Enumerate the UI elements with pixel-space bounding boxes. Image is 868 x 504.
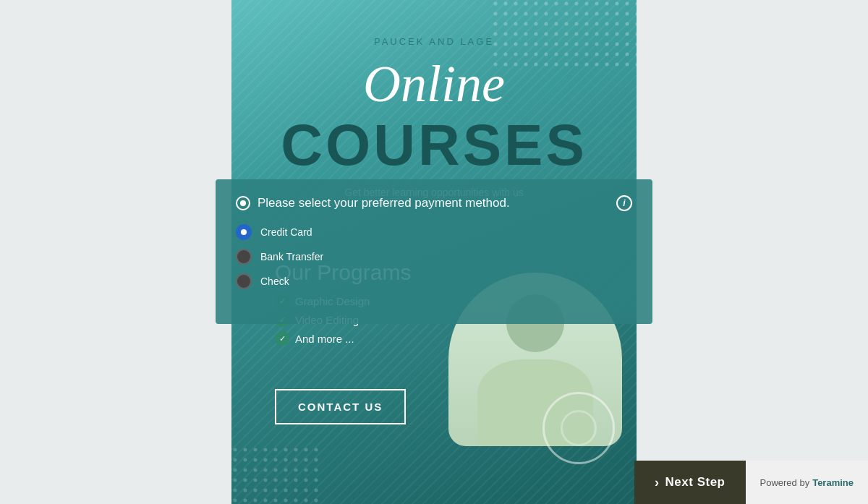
modal-radio-icon <box>236 196 250 210</box>
powered-by-label: Powered by <box>760 477 810 488</box>
payment-options: Credit Card Bank Transfer Check <box>236 224 632 289</box>
check-icon: ✓ <box>275 331 289 346</box>
radio-bank-transfer[interactable] <box>236 249 252 265</box>
radio-credit-card[interactable] <box>236 224 252 240</box>
contact-button[interactable]: CONTACT US <box>275 389 406 424</box>
company-name: PAUCEK AND LAGE <box>374 36 494 47</box>
next-step-button[interactable]: › Next Step <box>634 461 745 504</box>
list-item: ✓ And more ... <box>275 331 411 346</box>
arrow-icon: › <box>655 475 660 490</box>
dot-pattern-top-right <box>492 0 637 72</box>
bank-transfer-label: Bank Transfer <box>260 251 323 262</box>
next-step-label: Next Step <box>665 475 726 490</box>
right-background <box>637 0 868 504</box>
modal-title: Please select your preferred payment met… <box>258 196 609 210</box>
payment-option-bank-transfer[interactable]: Bank Transfer <box>236 249 632 265</box>
payment-modal: Please select your preferred payment met… <box>216 179 652 324</box>
modal-header: Please select your preferred payment met… <box>236 195 632 211</box>
online-heading: Online <box>363 54 505 114</box>
courses-heading: COURSES <box>281 112 587 179</box>
bottom-bar: › Next Step Powered by Teramine <box>0 461 868 504</box>
svg-rect-1 <box>492 0 637 72</box>
program-label: And more ... <box>295 333 354 345</box>
credit-card-label: Credit Card <box>260 226 312 238</box>
check-label: Check <box>260 276 289 287</box>
circle-decoration-2 <box>561 410 597 446</box>
payment-option-check[interactable]: Check <box>236 273 632 289</box>
payment-option-credit-card[interactable]: Credit Card <box>236 224 632 240</box>
left-background <box>0 0 231 504</box>
radio-check[interactable] <box>236 273 252 289</box>
teramine-brand-label: Teramine <box>812 477 854 488</box>
info-icon[interactable]: i <box>616 195 632 211</box>
powered-by-section: Powered by Teramine <box>746 461 869 504</box>
